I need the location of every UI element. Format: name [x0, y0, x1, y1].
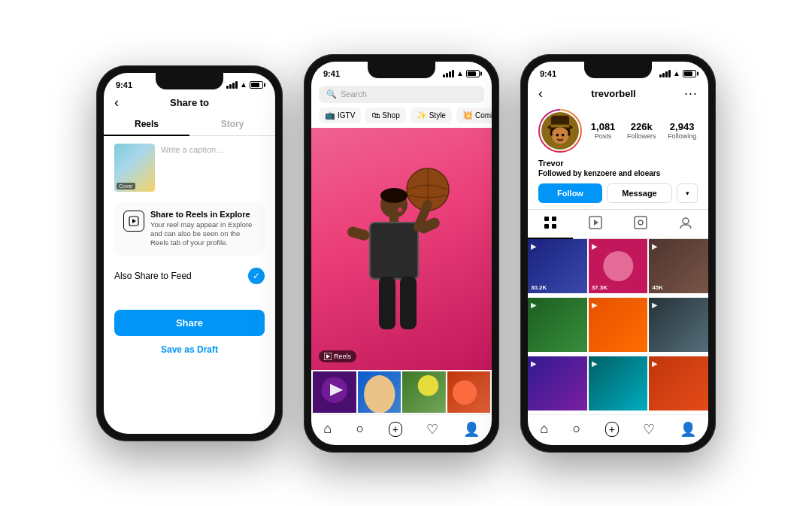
svg-point-14: [398, 208, 402, 212]
phone-2: 9:41 ▲ 🔍 Se: [304, 54, 499, 453]
following-label: Following: [668, 132, 696, 140]
tab-tagged[interactable]: [618, 210, 663, 238]
posts-label: Posts: [591, 132, 616, 140]
also-share-row[interactable]: Also Share to Feed ✓: [114, 265, 265, 287]
also-share-checkbox[interactable]: ✓: [248, 268, 265, 284]
profile-username: trevorbell: [591, 88, 635, 99]
play-icon-9: ▶: [652, 359, 658, 368]
shop-icon: 🛍: [371, 111, 380, 120]
nav-heart-2[interactable]: ♡: [426, 421, 438, 438]
reels-icon: [589, 216, 602, 229]
svg-point-21: [364, 375, 395, 413]
explore-section: Share to Reels in Explore Your reel may …: [114, 202, 265, 256]
nav-heart-3[interactable]: ♡: [643, 421, 655, 438]
nav-home-3[interactable]: ⌂: [540, 421, 548, 437]
nav-home-2[interactable]: ⌂: [323, 421, 332, 437]
battery-icon-2: [466, 70, 480, 77]
svg-point-43: [603, 251, 633, 281]
share-button[interactable]: Share: [114, 310, 265, 336]
grid-cell-6[interactable]: ▶: [649, 298, 708, 352]
cover-label: Cover: [117, 183, 135, 189]
battery-icon-3: [683, 70, 696, 77]
caption-input[interactable]: Write a caption...: [161, 144, 265, 192]
grid-cell-3[interactable]: ▶ 45K: [649, 239, 708, 293]
svg-rect-9: [346, 226, 371, 241]
tab-grid[interactable]: [528, 210, 573, 238]
play-icon-6: ▶: [652, 301, 658, 309]
svg-rect-12: [379, 277, 395, 329]
battery-fill: [251, 83, 259, 87]
message-button[interactable]: Message: [607, 183, 672, 203]
notch-1: [156, 73, 223, 89]
profile-header-bar: ‹ trevorbell ···: [528, 83, 708, 106]
grid-cell-4[interactable]: ▶: [528, 298, 587, 352]
followed-by-users: kenzoere and eloears: [584, 169, 661, 177]
avatar-inner: [540, 111, 580, 151]
profile-display-name: Trevor: [528, 159, 708, 169]
grid-cell-7[interactable]: ▶: [528, 356, 587, 411]
play-icon-8: ▶: [592, 359, 598, 368]
tab-story[interactable]: Story: [189, 113, 275, 135]
nav-profile-2[interactable]: 👤: [463, 421, 480, 438]
igtv-label: IGTV: [338, 111, 355, 120]
share-tabs: Reels Story: [104, 113, 275, 136]
search-bar[interactable]: 🔍 Search: [319, 86, 484, 103]
category-shop[interactable]: 🛍 Shop: [365, 108, 405, 123]
follow-button[interactable]: Follow: [538, 183, 602, 203]
reels-badge-text: Reels: [334, 353, 351, 360]
tab-about[interactable]: [663, 210, 708, 238]
grid-cell-1[interactable]: ▶ 30.2K: [528, 239, 587, 293]
thumb-cell-3[interactable]: [402, 371, 446, 413]
svg-rect-29: [551, 124, 569, 127]
svg-point-30: [552, 127, 568, 144]
avatar-image: [541, 111, 579, 151]
thumb-cell-2[interactable]: [358, 371, 401, 413]
avatar-ring: [538, 109, 582, 153]
profile-back-button[interactable]: ‹: [538, 86, 543, 102]
reels-badge-icon: [324, 353, 332, 360]
grid-cell-5[interactable]: ▶: [589, 298, 648, 352]
stat-following: 2,943 Following: [668, 121, 696, 140]
wifi-icon-2: ▲: [456, 69, 464, 77]
share-to-title: Share to: [170, 97, 209, 108]
tab-reels[interactable]: Reels: [104, 113, 189, 135]
nav-search-2[interactable]: ○: [356, 421, 364, 437]
status-icons-1: ▲: [226, 80, 263, 89]
reels-main-area: Reels: [311, 128, 492, 370]
nav-search-3[interactable]: ○: [572, 421, 580, 437]
nav-profile-3[interactable]: 👤: [680, 421, 696, 438]
phone-2-screen: 9:41 ▲ 🔍 Se: [311, 62, 492, 445]
signal-bar-1: [226, 86, 229, 89]
shop-label: Shop: [382, 111, 399, 120]
nav-add-3[interactable]: +: [605, 422, 619, 437]
category-comics[interactable]: 💥 Comics: [456, 108, 492, 123]
nav-add-2[interactable]: +: [389, 422, 402, 437]
grid-cell-9[interactable]: ▶: [649, 356, 708, 411]
posts-count: 1,081: [591, 121, 616, 132]
thumb-1-img: [313, 371, 356, 413]
comics-icon: 💥: [462, 111, 473, 120]
back-button[interactable]: ‹: [114, 95, 119, 111]
signal-bars-2: [443, 70, 454, 77]
thumb-cell-4[interactable]: [447, 371, 491, 413]
tab-reels-profile[interactable]: [573, 210, 618, 238]
svg-point-23: [418, 375, 439, 396]
more-options-button[interactable]: ···: [684, 86, 698, 102]
category-style[interactable]: ✨ Style: [411, 108, 452, 123]
thumb-3-img: [402, 371, 446, 413]
thumb-cell-1[interactable]: [313, 371, 356, 413]
grid-cell-2[interactable]: ▶ 37.3K: [589, 239, 648, 293]
reels-badge: Reels: [319, 350, 356, 362]
profile-info: 1,081 Posts 226k Followers 2,943 Followi…: [528, 106, 708, 159]
phone-3-screen: 9:41 ▲ ‹ trevorbell: [528, 62, 708, 445]
signal-bar-3: [232, 83, 235, 89]
style-icon: ✨: [417, 111, 427, 120]
category-igtv[interactable]: 📺 IGTV: [319, 108, 361, 123]
profile-grid: ▶ 30.2K ▶ 37.3K ▶ 45K ▶: [528, 239, 708, 414]
save-draft-button[interactable]: Save as Draft: [114, 344, 265, 355]
status-icons-3: ▲: [659, 69, 696, 77]
grid-cell-8[interactable]: ▶: [589, 356, 648, 411]
thumb-background: Cover: [114, 144, 155, 192]
signal-bars-1: [226, 81, 238, 89]
dropdown-button[interactable]: ▾: [677, 183, 698, 203]
